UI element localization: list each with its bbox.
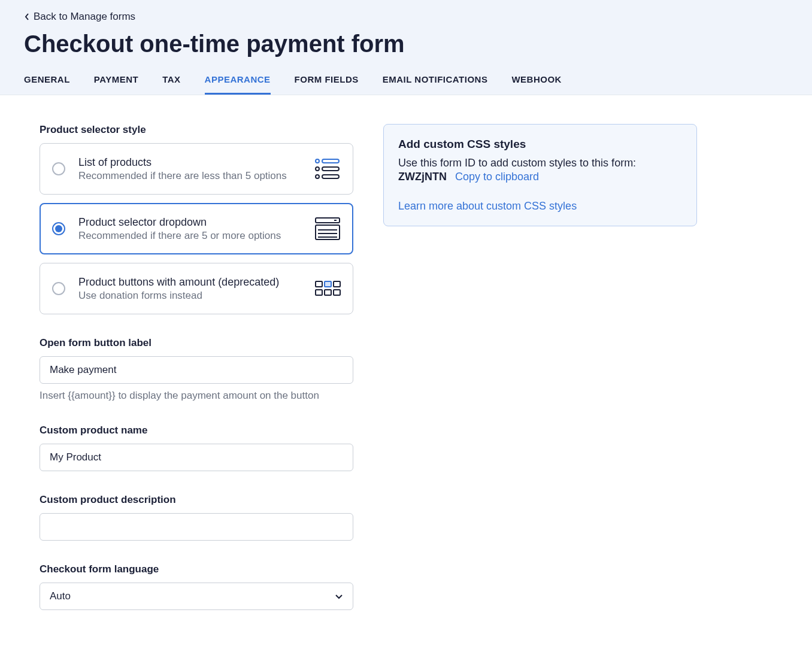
content: Product selector style List of products … (0, 95, 812, 639)
tab-webhook[interactable]: WEBHOOK (511, 74, 562, 95)
header: Back to Manage forms Checkout one-time p… (0, 0, 812, 95)
form-id-row: ZWZjNTN Copy to clipboard (398, 171, 682, 183)
svg-rect-1 (322, 159, 339, 163)
language-select[interactable] (40, 583, 353, 610)
tabs: GENERAL PAYMENT TAX APPEARANCE FORM FIEL… (24, 74, 788, 95)
option-desc: Recommended if there are 5 or more optio… (78, 230, 301, 242)
product-name-group: Custom product name (40, 424, 353, 471)
tab-payment[interactable]: PAYMENT (94, 74, 138, 95)
option-title: List of products (78, 156, 301, 169)
svg-rect-13 (325, 281, 331, 287)
option-desc: Recommended if there are less than 5 opt… (78, 170, 301, 182)
svg-point-2 (316, 167, 319, 171)
button-label-helper: Insert {{amount}} to display the payment… (40, 390, 353, 402)
svg-point-0 (316, 159, 319, 163)
custom-css-box: Add custom CSS styles Use this form ID t… (383, 124, 697, 226)
tab-appearance[interactable]: APPEARANCE (205, 74, 271, 95)
tab-email-notifications[interactable]: EMAIL NOTIFICATIONS (383, 74, 488, 95)
button-label-input[interactable] (40, 356, 353, 384)
svg-rect-12 (316, 281, 322, 287)
page-title: Checkout one-time payment form (24, 31, 788, 57)
svg-rect-14 (334, 281, 340, 287)
tab-general[interactable]: GENERAL (24, 74, 70, 95)
tab-form-fields[interactable]: FORM FIELDS (295, 74, 359, 95)
radio-icon (52, 162, 65, 175)
svg-rect-5 (322, 175, 339, 178)
product-description-group: Custom product description (40, 494, 353, 541)
option-product-buttons-deprecated[interactable]: Product buttons with amount (deprecated)… (40, 263, 353, 314)
radio-icon (52, 282, 65, 295)
form-id: ZWZjNTN (398, 171, 447, 183)
svg-point-4 (316, 175, 319, 178)
tab-tax[interactable]: TAX (162, 74, 180, 95)
dropdown-icon (314, 216, 341, 242)
product-description-label: Custom product description (40, 494, 353, 506)
svg-rect-15 (316, 290, 322, 295)
option-text: Product selector dropdown Recommended if… (78, 216, 301, 242)
chevron-left-icon (24, 13, 30, 21)
right-column: Add custom CSS styles Use this form ID t… (383, 124, 697, 610)
svg-rect-17 (334, 290, 340, 295)
option-text: List of products Recommended if there ar… (78, 156, 301, 182)
radio-icon (52, 222, 65, 235)
button-label-group: Open form button label Insert {{amount}}… (40, 337, 353, 402)
option-title: Product buttons with amount (deprecated) (78, 276, 301, 289)
back-link[interactable]: Back to Manage forms (24, 11, 135, 23)
list-icon (314, 156, 341, 182)
svg-rect-16 (325, 290, 331, 295)
copy-to-clipboard-link[interactable]: Copy to clipboard (455, 171, 539, 183)
language-label: Checkout form language (40, 563, 353, 575)
css-box-title: Add custom CSS styles (398, 138, 682, 151)
option-list-of-products[interactable]: List of products Recommended if there ar… (40, 143, 353, 195)
product-description-input[interactable] (40, 513, 353, 541)
back-link-label: Back to Manage forms (34, 11, 135, 23)
grid-icon (314, 275, 341, 302)
language-group: Checkout form language (40, 563, 353, 610)
svg-rect-3 (322, 167, 339, 171)
selector-style-label: Product selector style (40, 124, 353, 136)
option-title: Product selector dropdown (78, 216, 301, 229)
learn-more-link[interactable]: Learn more about custom CSS styles (398, 200, 577, 212)
button-label-label: Open form button label (40, 337, 353, 349)
product-name-input[interactable] (40, 444, 353, 471)
product-name-label: Custom product name (40, 424, 353, 436)
css-box-desc: Use this form ID to add custom styles to… (398, 157, 682, 169)
left-column: Product selector style List of products … (40, 124, 353, 610)
option-desc: Use donation forms instead (78, 290, 301, 302)
option-product-selector-dropdown[interactable]: Product selector dropdown Recommended if… (40, 203, 353, 254)
option-text: Product buttons with amount (deprecated)… (78, 276, 301, 302)
